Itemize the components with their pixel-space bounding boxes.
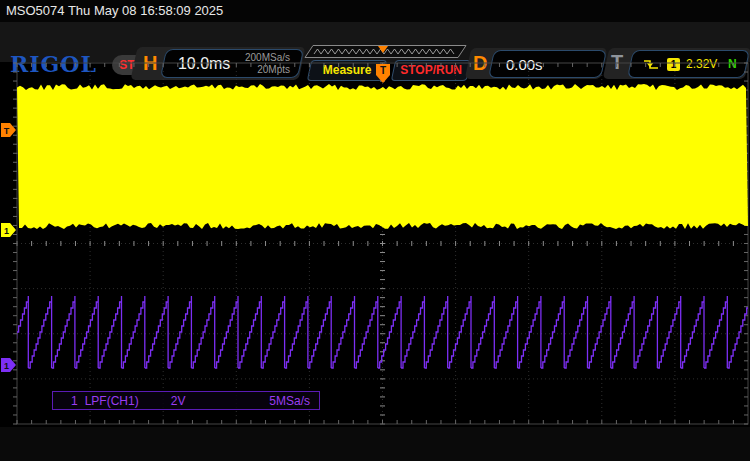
math-sample-rate: 5MSa/s	[269, 394, 310, 408]
header-bar: RIGOL STOP H 10.0ms 200MSa/s 20Mpts Meas…	[0, 22, 750, 62]
math-scale: 2V	[171, 394, 186, 408]
svg-text:1: 1	[4, 226, 9, 236]
math-lpf-label[interactable]: 1 LPF(CH1) 2V 5MSa/s	[52, 391, 320, 410]
model-and-datetime: MSO5074 Thu May 08 16:58:09 2025	[6, 3, 223, 18]
svg-text:1: 1	[4, 361, 9, 371]
trigger-position-marker[interactable]: T	[376, 64, 390, 83]
status-bar: 1 1.00V +160mV 2	[0, 427, 750, 461]
svg-text:T: T	[4, 126, 10, 136]
titlebar: MSO5074 Thu May 08 16:58:09 2025	[0, 0, 750, 22]
svg-text:T: T	[380, 65, 386, 76]
waveform-display[interactable]: TT11	[0, 62, 750, 426]
ch1-waveform[interactable]	[17, 84, 748, 229]
math-function: LPF(CH1)	[85, 394, 139, 408]
memory-position-bar[interactable]	[304, 45, 468, 59]
oscilloscope-screen: MSO5074 Thu May 08 16:58:09 2025 RIGOL S…	[0, 0, 750, 461]
math-lpf-waveform[interactable]	[5, 296, 750, 368]
math-channel-number: 1	[71, 394, 78, 408]
